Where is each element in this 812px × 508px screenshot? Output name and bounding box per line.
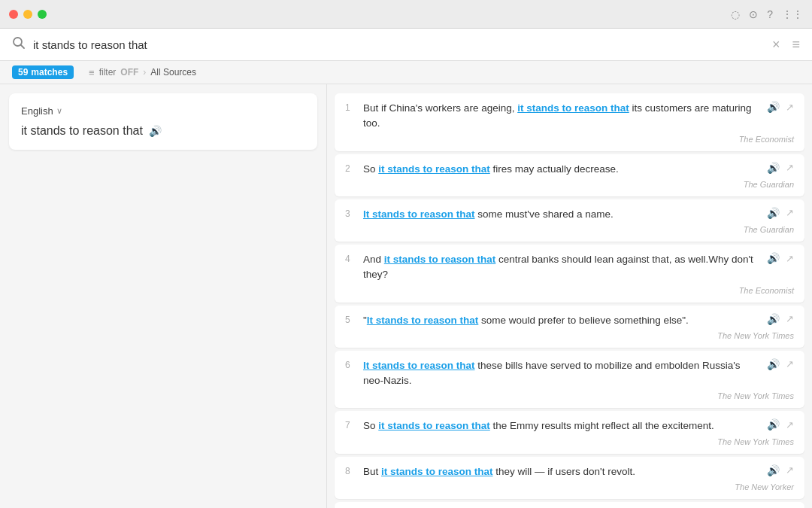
language-selector[interactable]: English ∨: [21, 105, 305, 117]
svg-line-1: [21, 45, 25, 49]
titlebar-right-icons: ◌ ⊙ ? ⋮⋮: [731, 8, 803, 20]
result-item: 5"It stands to reason that some would pr…: [335, 306, 804, 348]
result-source: The Guardian: [345, 180, 794, 189]
search-bar: it stands to reason that × ≡: [0, 29, 812, 61]
search-icon: [12, 36, 26, 53]
result-source: The New York Times: [345, 437, 794, 446]
left-panel: English ∨ it stands to reason that 🔊: [0, 84, 327, 508]
titlebar: ◌ ⊙ ? ⋮⋮: [0, 0, 812, 29]
result-source: The New York Times: [345, 391, 794, 400]
filter-bar: 59 matches ≡ filter OFF › All Sources: [0, 61, 812, 84]
result-text: It stands to reason that some must've sh…: [363, 207, 761, 222]
result-number: 2: [345, 163, 357, 174]
result-item: 6It stands to reason that these bills ha…: [335, 351, 804, 409]
result-item: 4And it stands to reason that central ba…: [335, 245, 804, 303]
result-row: 7So it stands to reason that the Emmy re…: [345, 418, 794, 433]
result-item: 2So it stands to reason that fires may a…: [335, 154, 804, 196]
phrase-display: it stands to reason that 🔊: [21, 124, 305, 138]
result-number: 7: [345, 420, 357, 430]
highlight-phrase: it stands to reason that: [384, 254, 496, 265]
result-expand-button[interactable]: ↗: [786, 358, 794, 370]
filter-section: ≡ filter OFF › All Sources: [89, 67, 196, 78]
result-source: The New Yorker: [345, 482, 794, 491]
result-actions: 🔊↗: [767, 358, 794, 370]
filter-icon[interactable]: ≡: [89, 67, 95, 78]
help-icon[interactable]: ?: [767, 8, 773, 20]
matches-badge: 59 matches: [12, 65, 74, 79]
close-button[interactable]: [9, 10, 18, 19]
result-source: The New York Times: [345, 331, 794, 340]
traffic-lights: [9, 10, 47, 19]
highlight-phrase: it stands to reason that: [517, 102, 629, 114]
result-text: And it stands to reason that central ban…: [363, 252, 761, 283]
maximize-button[interactable]: [38, 10, 47, 19]
results-panel: 1But if China's workers are ageing, it s…: [327, 84, 812, 508]
result-expand-button[interactable]: ↗: [786, 207, 794, 218]
result-sound-button[interactable]: 🔊: [767, 252, 780, 264]
result-sound-button[interactable]: 🔊: [767, 358, 780, 370]
result-expand-button[interactable]: ↗: [786, 162, 794, 173]
result-number: 4: [345, 254, 357, 264]
highlight-phrase: it stands to reason that: [381, 466, 493, 477]
loading-icon: ◌: [731, 8, 740, 20]
sync-icon: ⊙: [749, 8, 758, 20]
filter-label: filter: [99, 67, 117, 78]
result-sound-button[interactable]: 🔊: [767, 418, 780, 430]
result-sound-button[interactable]: 🔊: [767, 313, 780, 325]
result-source: The Guardian: [345, 225, 794, 234]
result-item: 1But if China's workers are ageing, it s…: [335, 93, 804, 151]
matches-count: 59: [18, 67, 28, 78]
filter-state[interactable]: OFF: [120, 67, 138, 78]
highlight-phrase: it stands to reason that: [378, 163, 490, 175]
result-row: 4And it stands to reason that central ba…: [345, 252, 794, 283]
filter-separator: ›: [143, 67, 146, 78]
phrase-card: English ∨ it stands to reason that 🔊: [9, 93, 317, 150]
clear-search-button[interactable]: ×: [772, 37, 780, 53]
result-sound-button[interactable]: 🔊: [767, 162, 780, 174]
result-row: 8But it stands to reason that they will …: [345, 464, 794, 479]
result-expand-button[interactable]: ↗: [786, 419, 794, 430]
result-source: The Economist: [345, 135, 794, 144]
search-query[interactable]: it stands to reason that: [33, 38, 765, 51]
result-expand-button[interactable]: ↗: [786, 313, 794, 324]
result-text: "It stands to reason that some would pre…: [363, 313, 761, 328]
sound-button[interactable]: 🔊: [149, 125, 162, 137]
result-number: 8: [345, 466, 357, 476]
language-dropdown-arrow: ∨: [56, 106, 62, 116]
menu-button[interactable]: ≡: [792, 37, 800, 53]
result-text: So it stands to reason that fires may ac…: [363, 162, 761, 177]
result-sound-button[interactable]: 🔊: [767, 207, 780, 219]
result-item: 8But it stands to reason that they will …: [335, 457, 804, 499]
result-row: 2So it stands to reason that fires may a…: [345, 162, 794, 177]
result-text: But it stands to reason that they will —…: [363, 464, 761, 479]
result-text: It stands to reason that these bills hav…: [363, 358, 761, 389]
result-item: 7So it stands to reason that the Emmy re…: [335, 411, 804, 453]
result-actions: 🔊↗: [767, 313, 794, 325]
result-row: 1But if China's workers are ageing, it s…: [345, 101, 794, 132]
result-row: 6It stands to reason that these bills ha…: [345, 358, 794, 389]
result-item: 3It stands to reason that some must've s…: [335, 199, 804, 242]
result-expand-button[interactable]: ↗: [786, 102, 794, 113]
app-container: it stands to reason that × ≡ 59 matches …: [0, 29, 812, 508]
result-item: 9It stands to reason that intimacy remai…: [335, 502, 804, 508]
minimize-button[interactable]: [23, 10, 32, 19]
result-text: But if China's workers are ageing, it st…: [363, 101, 761, 132]
result-actions: 🔊↗: [767, 207, 794, 219]
result-sound-button[interactable]: 🔊: [767, 464, 780, 476]
result-actions: 🔊↗: [767, 101, 794, 113]
filter-source[interactable]: All Sources: [150, 67, 196, 78]
grid-icon[interactable]: ⋮⋮: [782, 8, 803, 20]
result-row: 3It stands to reason that some must've s…: [345, 207, 794, 222]
result-number: 5: [345, 315, 357, 325]
result-expand-button[interactable]: ↗: [786, 253, 794, 264]
result-actions: 🔊↗: [767, 252, 794, 264]
phrase-text: it stands to reason that: [21, 124, 143, 138]
result-text: So it stands to reason that the Emmy res…: [363, 418, 761, 433]
highlight-phrase: It stands to reason that: [363, 360, 475, 371]
result-number: 6: [345, 360, 357, 370]
result-number: 1: [345, 102, 357, 113]
result-expand-button[interactable]: ↗: [786, 464, 794, 476]
result-number: 3: [345, 208, 357, 219]
result-source: The Economist: [345, 286, 794, 295]
result-sound-button[interactable]: 🔊: [767, 101, 780, 113]
